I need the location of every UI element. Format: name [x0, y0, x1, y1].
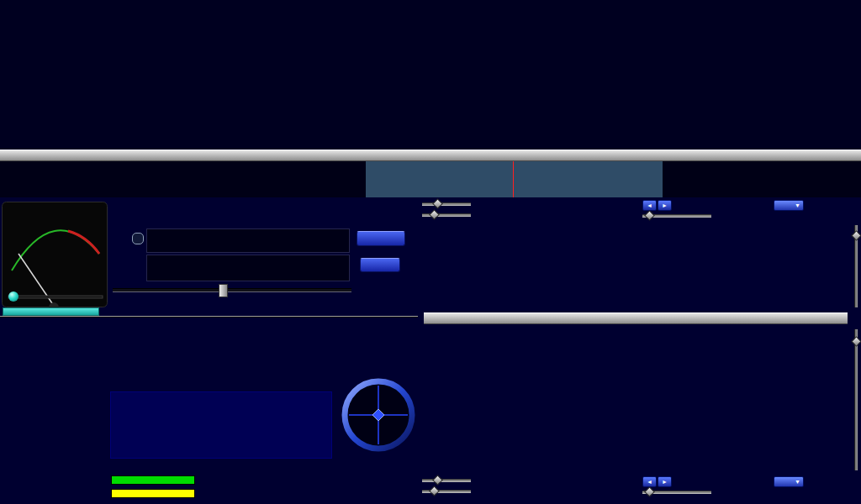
- scroll-left-button[interactable]: ◄: [642, 200, 657, 211]
- rf-spectrum-trace: [0, 161, 861, 197]
- dsp-panel: [110, 391, 332, 459]
- audio-spectrum[interactable]: [424, 326, 848, 474]
- waterfall-lower-level-slider[interactable]: [422, 210, 471, 218]
- waterfall-upper-level-slider[interactable]: [422, 475, 471, 484]
- tune-marker-line: [513, 161, 514, 197]
- lo-frequency-display[interactable]: [146, 228, 350, 253]
- audio-spectrum-db-labels: [424, 326, 457, 474]
- avg-select[interactable]: ▼: [774, 476, 804, 487]
- cpu-total-bar: [111, 489, 195, 498]
- freqmgr-button[interactable]: [357, 231, 405, 246]
- display-controls-bottom: ◄ ► ▼: [419, 475, 861, 498]
- zoom-slider[interactable]: [642, 211, 711, 219]
- audio-display-column: ◄ ► ▼: [419, 197, 861, 504]
- control-panel: ◄ ► ▼: [0, 197, 861, 504]
- phase-dial: [340, 376, 417, 454]
- rf-spectrum[interactable]: [0, 161, 861, 197]
- slider-thumb[interactable]: [429, 209, 440, 220]
- chevron-down-icon: ▼: [795, 479, 800, 485]
- band-scroll-control: ◄ ►: [642, 476, 672, 487]
- s-meter: [2, 202, 108, 307]
- rf-waterfall[interactable]: [0, 0, 861, 150]
- rf-frequency-scale[interactable]: [0, 150, 861, 161]
- tune-frequency-display[interactable]: [146, 255, 350, 281]
- audio-waterfall[interactable]: [424, 222, 848, 312]
- slider-track: [854, 329, 858, 470]
- slider-track: [422, 202, 471, 206]
- slider-thumb[interactable]: [432, 475, 443, 486]
- hdsdr-window: ◄ ► ▼: [0, 0, 861, 504]
- slider-thumb[interactable]: [644, 486, 655, 497]
- slider-thumb[interactable]: [644, 210, 655, 221]
- waterfall-lower-level-slider[interactable]: [422, 486, 471, 495]
- level-bar: [3, 307, 99, 316]
- display-controls-top: ◄ ► ▼: [419, 199, 861, 222]
- waterfall-contrast-slider[interactable]: [852, 225, 859, 307]
- band-scroll-control: ◄ ►: [642, 200, 672, 211]
- slider-thumb[interactable]: [851, 230, 861, 241]
- spectrum-range-slider[interactable]: [852, 329, 859, 470]
- slider-track: [422, 479, 471, 482]
- scroll-right-button[interactable]: ►: [658, 476, 672, 487]
- extio-button[interactable]: [360, 258, 400, 272]
- audio-frequency-scale[interactable]: [424, 312, 848, 324]
- lo-a-button[interactable]: [132, 233, 144, 244]
- volume-slider[interactable]: [113, 284, 351, 296]
- cpu-hdsdr-bar: [111, 475, 195, 485]
- squelch-thumb[interactable]: [8, 291, 18, 302]
- squelch-track[interactable]: [8, 296, 103, 298]
- scroll-right-button[interactable]: ►: [658, 200, 672, 211]
- waterfall-upper-level-slider[interactable]: [422, 199, 471, 207]
- slider-thumb[interactable]: [851, 336, 861, 347]
- scroll-left-button[interactable]: ◄: [642, 476, 657, 487]
- volume-slider-track: [113, 288, 351, 292]
- panel-separator: [0, 316, 418, 318]
- volume-slider-thumb[interactable]: [219, 284, 228, 297]
- slider-thumb[interactable]: [432, 198, 443, 209]
- chevron-down-icon: ▼: [795, 202, 800, 208]
- s-meter-face: [3, 202, 108, 307]
- zoom-slider[interactable]: [642, 487, 711, 496]
- avg-select[interactable]: ▼: [774, 200, 804, 211]
- slider-thumb[interactable]: [429, 486, 440, 496]
